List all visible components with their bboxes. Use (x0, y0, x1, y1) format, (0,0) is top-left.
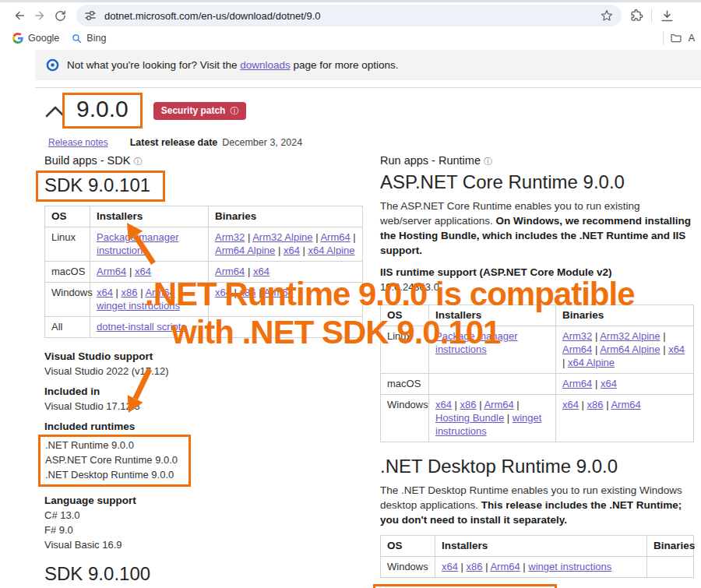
download-link[interactable]: Package manager instructions (97, 231, 179, 256)
download-link[interactable]: Arm64 (490, 561, 520, 572)
bookmark-google[interactable]: Google (6, 31, 65, 45)
google-icon (12, 33, 23, 44)
desktop-description: The .NET Desktop Runtime enables you to … (380, 483, 693, 527)
installers-cell: x64 | x86 | Arm64 | winget instructions (90, 283, 209, 317)
release-date-label: Latest release date (130, 137, 218, 148)
download-link[interactable]: x64 (601, 378, 617, 389)
download-link[interactable]: Package manager instructions (435, 330, 518, 355)
table-row: LinuxPackage manager instructionsArm32 |… (381, 326, 694, 374)
url-text: dotnet.microsoft.com/en-us/download/dotn… (104, 10, 321, 22)
download-link[interactable]: Arm64 Alpine (600, 343, 660, 355)
binaries-cell: Arm64 | x64 (209, 262, 363, 283)
sdk-kicker: Build apps - SDKⓘ (44, 154, 362, 167)
column-header: OS (381, 305, 429, 326)
vs-support-label: Visual Studio support (44, 350, 362, 363)
desktop-runtime-title: .NET Desktop Runtime 9.0.0 (380, 455, 693, 478)
included-runtimes-label: Included runtimes (44, 420, 362, 433)
download-link[interactable]: Arm64 (145, 287, 174, 298)
download-link[interactable]: x86 (122, 287, 138, 298)
runtime-column: Run apps - Runtimeⓘ ASP.NET Core Runtime… (380, 154, 693, 588)
table-row: Windowsx64 | x86 | Arm64 | Hosting Bundl… (381, 395, 694, 442)
bookmarks-overflow-label: A (689, 33, 695, 44)
extensions-icon[interactable] (629, 9, 643, 23)
download-link[interactable]: winget instructions (97, 300, 180, 312)
table-row: Windowsx64 | x86 | Arm64 | winget instru… (381, 557, 694, 578)
download-link[interactable]: x64 (215, 287, 231, 298)
binaries-cell: Arm64 | x64 (556, 374, 694, 395)
bookmark-label: Google (28, 33, 59, 44)
download-link[interactable]: x64 (435, 399, 452, 410)
download-link[interactable]: Arm64 (320, 231, 350, 243)
included-in-value: Visual Studio 17.12.3 (44, 400, 362, 413)
reload-button[interactable] (50, 5, 70, 26)
download-link[interactable]: Arm64 (263, 287, 293, 298)
download-link[interactable]: dotnet-install scripts (97, 321, 186, 333)
binaries-cell (209, 317, 363, 338)
download-link[interactable]: Arm64 (562, 343, 592, 355)
language-item: C# 13.0 (44, 509, 362, 522)
download-link[interactable]: x86 (587, 399, 604, 410)
column-header: OS (381, 536, 435, 557)
download-link[interactable]: Arm64 (611, 399, 640, 410)
sdk-101-title: SDK 9.0.101 (36, 171, 165, 202)
download-link[interactable]: Arm32 Alpine (600, 330, 660, 342)
download-link[interactable]: Arm32 (562, 330, 592, 342)
column-header: Binaries (209, 206, 363, 227)
section-divider (35, 87, 701, 88)
forward-button[interactable] (30, 5, 50, 26)
table-row: Alldotnet-install scripts (45, 317, 363, 338)
download-link[interactable]: x86 (467, 561, 483, 572)
security-patch-badge: Security patchⓘ (153, 102, 247, 120)
site-info-icon[interactable] (84, 9, 97, 22)
download-link[interactable]: x64 (668, 343, 685, 355)
os-cell: macOS (381, 374, 429, 395)
download-link[interactable]: x64 (135, 266, 151, 277)
download-link[interactable]: Hosting Bundle (435, 412, 504, 424)
info-icon[interactable]: ⓘ (133, 157, 142, 166)
download-link[interactable]: Arm64 (484, 399, 513, 410)
badge-info-icon[interactable]: ⓘ (230, 105, 238, 117)
download-link[interactable]: Arm32 (215, 231, 245, 243)
download-link[interactable]: x64 (284, 245, 300, 256)
reload-icon (54, 9, 67, 23)
info-icon[interactable]: ⓘ (484, 157, 492, 166)
release-subline: Release notes Latest release date Decemb… (48, 137, 701, 148)
runtime-kicker: Run apps - Runtimeⓘ (380, 154, 693, 167)
download-link[interactable]: x64 Alpine (308, 245, 355, 256)
bookmark-star-icon[interactable] (600, 9, 614, 23)
download-link[interactable]: x64 (562, 399, 579, 410)
installers-cell: Package manager instructions (90, 227, 209, 262)
download-link[interactable]: Arm64 (215, 266, 245, 277)
back-button[interactable] (9, 5, 30, 26)
download-link[interactable]: Arm64 (97, 266, 126, 277)
column-header: Binaries (647, 536, 694, 557)
bookmark-bing[interactable]: Bing (65, 31, 112, 45)
bing-search-icon (72, 33, 82, 44)
included-runtime-item: .NET Desktop Runtime 9.0.0 (45, 468, 178, 481)
language-support-label: Language support (44, 494, 362, 507)
address-bar[interactable]: dotnet.microsoft.com/en-us/download/dotn… (76, 5, 622, 26)
download-link[interactable]: Arm64 (562, 378, 592, 389)
download-link[interactable]: x64 (97, 287, 113, 298)
browser-window: dotnet.microsoft.com/en-us/download/dotn… (0, 0, 701, 588)
download-link[interactable]: Arm64 Alpine (215, 245, 275, 256)
os-cell: Windows (45, 283, 90, 317)
table-row: macOSArm64 | x64 (381, 374, 694, 395)
download-link[interactable]: x64 (253, 266, 269, 277)
os-cell: Linux (45, 227, 90, 262)
downloads-link[interactable]: downloads (240, 59, 291, 71)
aspnet-runtime-table: OSInstallersBinariesLinuxPackage manager… (380, 305, 694, 442)
table-row: macOSArm64 | x64Arm64 | x64 (45, 262, 363, 283)
info-banner: Not what you're looking for? Visit the d… (35, 50, 701, 80)
release-notes-link[interactable]: Release notes (48, 137, 108, 148)
download-link[interactable]: x86 (460, 399, 477, 410)
included-in-label: Included in (44, 385, 362, 398)
iis-support-label: IIS runtime support (ASP.NET Core Module… (380, 266, 693, 279)
downloads-icon[interactable] (660, 9, 675, 23)
folder-icon[interactable] (670, 32, 682, 44)
download-link[interactable]: x64 Alpine (568, 357, 615, 368)
download-link[interactable]: x86 (240, 287, 256, 298)
download-link[interactable]: x64 (442, 561, 458, 572)
download-link[interactable]: Arm32 Alpine (252, 231, 312, 243)
download-link[interactable]: winget instructions (528, 561, 611, 572)
